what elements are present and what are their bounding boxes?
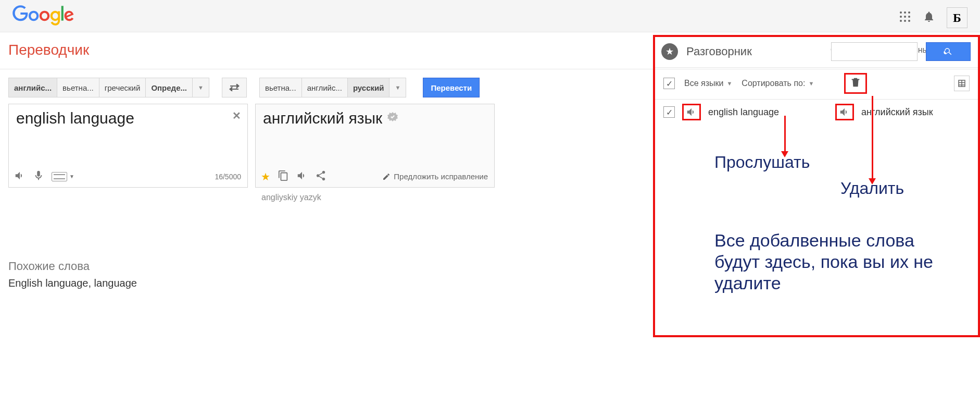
svg-point-5 — [908, 16, 910, 18]
svg-point-0 — [900, 11, 902, 14]
src-lang-dropdown[interactable]: ▼ — [193, 78, 209, 97]
share-icon[interactable] — [315, 170, 326, 183]
tgt-lang-dropdown[interactable]: ▼ — [390, 78, 406, 97]
translate-pane: английс... вьетна... греческий Опреде...… — [0, 69, 495, 337]
src-lang-vietnamese[interactable]: вьетна... — [57, 78, 99, 97]
phrasebook-header: ★ Разговорник — [655, 37, 978, 68]
row-checkbox[interactable]: ✓ — [663, 106, 675, 118]
source-lang-tabs: английс... вьетна... греческий Опреде...… — [8, 78, 209, 97]
tgt-lang-vietnamese[interactable]: вьетна... — [259, 78, 302, 97]
google-bar: Б — [0, 0, 980, 32]
transliteration: angliyskiy yazyk — [261, 193, 495, 202]
annotation-listen: Прослушать — [714, 153, 810, 172]
account-avatar[interactable]: Б — [947, 7, 968, 28]
src-lang-greek[interactable]: греческий — [99, 78, 146, 97]
target-lang-tabs: вьетна... английс... русский ▼ — [259, 78, 407, 97]
apps-icon[interactable] — [899, 10, 911, 25]
notifications-icon[interactable] — [923, 10, 935, 25]
svg-point-8 — [908, 20, 910, 22]
save-star-icon[interactable]: ★ — [261, 170, 270, 183]
svg-point-2 — [908, 11, 910, 14]
clear-input-icon[interactable]: ✕ — [232, 109, 241, 122]
google-tools: Б — [899, 7, 968, 28]
phrasebook-panel: ★ Разговорник ✓ Все языки ▼ Сортировать … — [653, 35, 980, 337]
svg-point-6 — [900, 20, 902, 22]
source-panel: english language ✕ ▼ 16/5000 — [8, 104, 248, 188]
svg-point-1 — [904, 11, 906, 14]
annotation-delete: Удалить — [840, 179, 904, 198]
phrasebook-toolbar: ✓ Все языки ▼ Сортировать по: ▼ — [655, 68, 978, 100]
swap-languages-button[interactable] — [222, 78, 247, 97]
similar-words-title: Похожие слова — [8, 260, 495, 273]
verified-icon — [386, 109, 399, 127]
listen-source-icon[interactable] — [14, 170, 26, 183]
src-lang-detect[interactable]: Опреде... — [146, 78, 193, 97]
language-bar: английс... вьетна... греческий Опреде...… — [8, 78, 495, 97]
phrasebook-star-icon[interactable]: ★ — [661, 43, 678, 60]
annotation-note: Все добалвенные слова будут здесь, пока … — [714, 230, 954, 293]
similar-words-block: Похожие слова English language, language — [8, 260, 495, 289]
src-lang-english[interactable]: английс... — [8, 78, 57, 97]
suggest-edit[interactable]: Предложить исправление — [382, 172, 488, 181]
sort-by-dropdown[interactable]: Сортировать по: ▼ — [742, 79, 814, 88]
mic-icon[interactable] — [33, 170, 44, 183]
keyboard-icon[interactable] — [52, 172, 67, 181]
target-panel: английский язык ★ Предложить исправлен — [255, 104, 495, 188]
svg-point-3 — [900, 16, 902, 18]
copy-icon[interactable] — [278, 170, 289, 183]
phrasebook-search-input[interactable] — [831, 42, 918, 61]
char-count: 16/5000 — [215, 173, 241, 181]
delete-button[interactable] — [844, 73, 867, 94]
similar-words-list: English language, language — [8, 277, 495, 289]
phrasebook-row[interactable]: ✓ english language английский язык — [655, 100, 978, 125]
source-textarea[interactable]: english language ✕ — [9, 104, 247, 167]
tgt-lang-english[interactable]: английс... — [302, 78, 348, 97]
listen-target-icon[interactable] — [296, 170, 308, 183]
listen-source-phrase-icon[interactable] — [682, 104, 701, 120]
google-logo[interactable] — [12, 5, 74, 26]
svg-point-7 — [904, 20, 906, 22]
all-languages-dropdown[interactable]: Все языки ▼ — [684, 79, 732, 88]
phrasebook-title: Разговорник — [686, 45, 823, 58]
svg-point-4 — [904, 16, 906, 18]
phrasebook-search-button[interactable] — [926, 42, 971, 61]
export-sheet-button[interactable] — [954, 76, 970, 91]
select-all-checkbox[interactable]: ✓ — [663, 78, 675, 89]
phrase-source-text: english language — [708, 107, 828, 118]
listen-target-phrase-icon[interactable] — [835, 104, 854, 120]
source-text: english language — [16, 109, 134, 127]
product-title: Переводчик — [8, 42, 89, 58]
translation-text: английский язык — [263, 109, 382, 127]
tgt-lang-russian[interactable]: русский — [348, 78, 390, 97]
translate-button[interactable]: Перевести — [423, 78, 480, 97]
